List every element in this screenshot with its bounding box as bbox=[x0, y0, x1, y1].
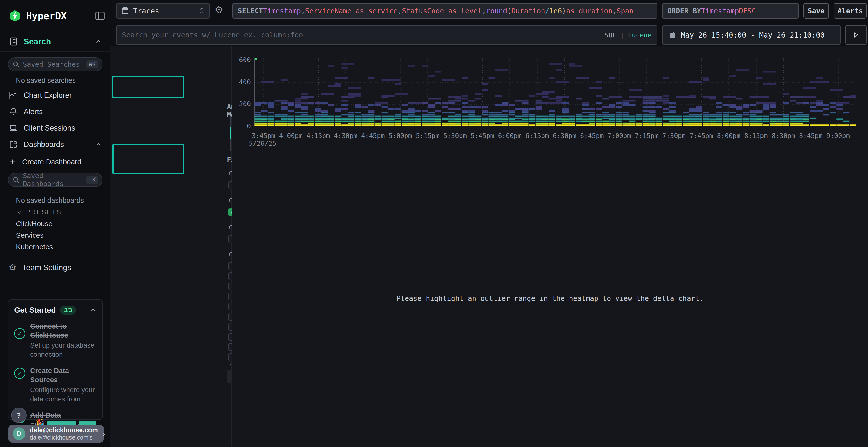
chevron-updown-icon bbox=[199, 7, 205, 15]
sql-orderby-input[interactable]: ORDER BY Timestamp DESC bbox=[662, 3, 799, 19]
calendar-icon bbox=[669, 31, 676, 39]
sidebar-search-label: Search bbox=[24, 37, 51, 46]
preset-services[interactable]: Services bbox=[16, 231, 44, 239]
sql-token: as duration bbox=[566, 7, 613, 15]
x-axis-tick-label: 6:45pm bbox=[580, 132, 604, 139]
run-query-button[interactable] bbox=[845, 25, 867, 45]
sql-token: , bbox=[398, 7, 402, 15]
x-axis-tick-label: 8:45pm bbox=[799, 132, 823, 139]
get-started-item[interactable]: ✓ Create Data Sources Configure where yo… bbox=[14, 366, 97, 404]
divider bbox=[0, 152, 111, 152]
sidebar: HyperDX Search Saved Searches ⌘K No save… bbox=[0, 0, 111, 447]
laptop-icon bbox=[9, 124, 18, 133]
search-placeholder: Search your events w/ Lucene ex. column:… bbox=[122, 31, 604, 39]
sidebar-item-chart-explorer[interactable]: Chart Explorer bbox=[9, 90, 102, 101]
x-axis-tick-label: 4:15pm bbox=[306, 132, 330, 139]
hyperdx-logo-icon bbox=[9, 10, 21, 22]
source-settings-gear-icon[interactable]: ⚙ bbox=[215, 5, 223, 14]
sql-token: , bbox=[301, 7, 305, 15]
chevron-up-icon bbox=[94, 38, 102, 45]
filter-panel: Analysis Mode Results Table Event Deltas… bbox=[111, 46, 232, 447]
heatmap-canvas[interactable] bbox=[254, 58, 857, 126]
x-axis-tick-label: 4:45pm bbox=[361, 132, 385, 139]
sql-token: round bbox=[486, 7, 507, 15]
search-icon bbox=[12, 61, 20, 68]
x-axis-tick-label: 5:00pm bbox=[389, 132, 412, 139]
sql-token: Timestamp bbox=[701, 7, 739, 15]
x-axis-tick-label: 6:00pm bbox=[498, 132, 522, 139]
presets-label: PRESETS bbox=[26, 209, 61, 216]
active-mode-indicator bbox=[230, 128, 231, 139]
create-dashboard-button[interactable]: Create Dashboard bbox=[9, 156, 102, 168]
sql-token: , bbox=[613, 7, 617, 15]
chevron-down-icon bbox=[228, 362, 231, 368]
gs-item-desc: Configure where your data comes from bbox=[30, 385, 97, 404]
x-axis-tick-label: 5:30pm bbox=[443, 132, 467, 139]
date-range-picker[interactable]: May 26 15:40:00 - May 26 21:10:00 bbox=[662, 25, 840, 45]
saved-searches-input[interactable]: Saved Searches ⌘K bbox=[8, 57, 102, 71]
get-started-title: Get Started bbox=[14, 306, 56, 314]
gear-icon: ⚙ bbox=[9, 262, 17, 272]
archive-box-icon bbox=[121, 7, 129, 15]
chevron-up-icon[interactable] bbox=[89, 307, 97, 314]
shortcut-badge: ⌘K bbox=[86, 60, 98, 68]
x-axis-tick-label: 7:00pm bbox=[608, 132, 631, 139]
check-circle-icon: ✓ bbox=[14, 328, 25, 339]
save-button[interactable]: Save bbox=[803, 3, 829, 19]
sql-token: Duration bbox=[512, 7, 545, 15]
source-select[interactable]: Traces bbox=[116, 3, 210, 19]
sql-token: 1e6 bbox=[549, 7, 562, 15]
shortcut-badge: ⌘K bbox=[86, 176, 98, 184]
saved-dashboards-placeholder: Saved Dashboards bbox=[23, 172, 83, 188]
x-axis-tick-label: 3:45pm bbox=[252, 132, 275, 139]
sql-token: Timestamp bbox=[263, 7, 301, 15]
alerts-button[interactable]: Alerts bbox=[834, 3, 867, 19]
plus-icon bbox=[9, 158, 17, 166]
sql-token: StatusCode as level bbox=[402, 7, 482, 15]
x-axis-tick-label: 6:30pm bbox=[553, 132, 577, 139]
help-button[interactable]: ? bbox=[11, 408, 27, 423]
sidebar-item-search[interactable]: Search bbox=[9, 37, 102, 46]
event-search-input[interactable]: Search your events w/ Lucene ex. column:… bbox=[116, 25, 657, 45]
sql-mode-toggle[interactable]: SQL bbox=[604, 31, 616, 39]
preset-clickhouse[interactable]: ClickHouse bbox=[16, 220, 53, 228]
x-axis-tick-label: 6:15pm bbox=[525, 132, 549, 139]
saved-searches-placeholder: Saved Searches bbox=[23, 61, 83, 68]
team-settings-button[interactable]: ⚙ Team Settings bbox=[9, 262, 102, 273]
search-book-icon bbox=[9, 37, 18, 46]
chevron-right-icon: › bbox=[102, 429, 105, 439]
sql-token: SELECT bbox=[238, 7, 263, 15]
get-started-item[interactable]: ✓ Connect to ClickHouse Set up your data… bbox=[14, 322, 97, 359]
date-range-value: May 26 15:40:00 - May 26 21:10:00 bbox=[681, 31, 825, 39]
sidebar-item-client-sessions[interactable]: Client Sessions bbox=[9, 122, 102, 134]
sidebar-item-alerts[interactable]: Alerts bbox=[9, 106, 102, 117]
get-started-badge: 3/3 bbox=[60, 306, 76, 314]
presets-toggle[interactable]: PRESETS bbox=[16, 209, 61, 216]
sql-token: ) bbox=[562, 7, 566, 15]
y-axis-tick-label: 600 bbox=[234, 56, 251, 64]
chevron-up-icon bbox=[95, 141, 102, 148]
preset-kubernetes[interactable]: Kubernetes bbox=[16, 243, 53, 251]
nav-label: Dashboards bbox=[24, 140, 64, 149]
lucene-mode-toggle[interactable]: Lucene bbox=[628, 31, 651, 39]
nav-label: Client Sessions bbox=[24, 124, 75, 133]
chart-line-icon bbox=[9, 91, 18, 100]
play-icon bbox=[852, 31, 860, 38]
no-saved-dashboards-note: No saved dashboards bbox=[16, 197, 84, 204]
collapse-sidebar-icon[interactable] bbox=[94, 10, 105, 21]
x-axis-tick-label: 5:45pm bbox=[471, 132, 494, 139]
sidebar-item-dashboards[interactable]: Dashboards bbox=[9, 139, 102, 150]
sql-token: Span bbox=[617, 7, 633, 15]
sql-token: / bbox=[545, 7, 549, 15]
nav-label: Chart Explorer bbox=[24, 91, 72, 100]
sql-token: ServiceName as service bbox=[305, 7, 398, 15]
app-title: HyperDX bbox=[26, 10, 67, 22]
app-logo[interactable]: HyperDX bbox=[9, 9, 67, 23]
bell-icon bbox=[9, 107, 18, 116]
saved-dashboards-input[interactable]: Saved Dashboards ⌘K bbox=[8, 173, 102, 187]
gs-item-title: Create Data Sources bbox=[30, 366, 97, 384]
sql-select-input[interactable]: SELECT Timestamp, ServiceName as service… bbox=[232, 3, 657, 19]
user-team: dale@clickhouse.com's bbox=[30, 434, 93, 441]
get-started-card: Get Started 3/3 ✓ Connect to ClickHouse … bbox=[8, 299, 103, 420]
user-menu[interactable]: D dale@clickhouse.com dale@clickhouse.co… bbox=[8, 425, 104, 443]
